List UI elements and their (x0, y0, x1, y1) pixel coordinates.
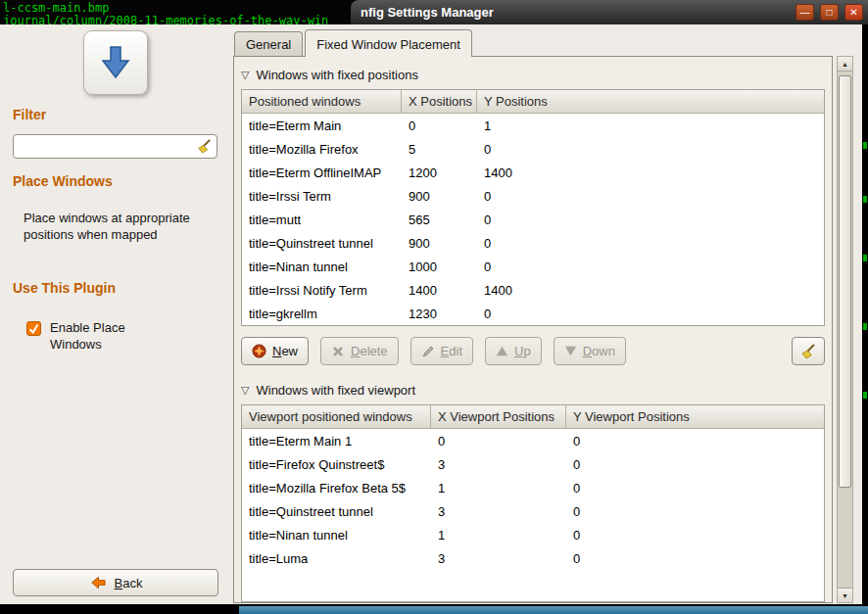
cell-x-position: 5 (402, 137, 477, 161)
terminal-glyph-fragment (863, 196, 867, 203)
table-row[interactable]: title=Irssi Notify Term 1400 1400 (242, 278, 824, 302)
fixed-window-placement-page: ▽ Windows with fixed positions Positione… (233, 56, 833, 603)
taskbar-strip (239, 606, 868, 614)
cell-y-position: 0 (477, 255, 824, 278)
checkmark-icon (28, 323, 39, 334)
delete-button-label: Delete (351, 344, 388, 358)
cell-window-title: title=Quinstreet tunnel (242, 499, 431, 523)
column-header-viewport-windows[interactable]: Viewport positioned windows (242, 405, 431, 429)
tab-bar: General Fixed Window Placement (234, 28, 474, 56)
table-row[interactable]: title=Firefox Quinstreet$ 3 0 (242, 452, 824, 476)
table-body: title=Eterm Main 0 1 title=Mozilla Firef… (242, 114, 824, 325)
back-button-label: Back (115, 576, 143, 590)
table-row[interactable]: title=Quinstreet tunnel 900 0 (242, 231, 824, 255)
table-row[interactable]: title=gkrellm 1230 0 (242, 302, 824, 325)
cell-window-title: title=Eterm Main 1 (242, 429, 431, 452)
edit-button-label: Edit (441, 344, 462, 358)
cell-x-viewport: 1 (431, 476, 566, 499)
cell-y-position: 0 (477, 208, 824, 231)
new-button[interactable]: New (241, 337, 309, 365)
table-row[interactable]: title=Eterm Main 0 1 (242, 114, 824, 137)
column-header-positioned-windows[interactable]: Positioned windows (242, 90, 402, 114)
table-row[interactable]: title=mutt 565 0 (242, 208, 824, 231)
cell-window-title: title=Quinstreet tunnel (242, 231, 402, 255)
cell-window-title: title=Mozilla Firefox (242, 137, 402, 161)
table-row[interactable]: title=Eterm OfflineIMAP 1200 1400 (242, 161, 824, 184)
enable-plugin-label: Enable Place Windows (50, 319, 150, 353)
cell-y-viewport: 0 (566, 499, 824, 523)
clear-list-button[interactable] (792, 337, 825, 365)
table-row[interactable]: title=Mozilla Firefox 5 0 (242, 137, 824, 161)
cell-x-viewport: 1 (431, 523, 566, 546)
delete-button[interactable]: Delete (320, 337, 399, 365)
column-header-y-viewport[interactable]: Y Viewport Positions (566, 405, 824, 429)
up-button[interactable]: Up (485, 337, 542, 365)
window-controls: — □ ✕ (796, 4, 863, 21)
column-header-x-viewport[interactable]: X Viewport Positions (431, 405, 566, 429)
window-titlebar[interactable]: nfig Settings Manager — □ ✕ (351, 0, 868, 24)
filter-input[interactable] (20, 139, 196, 154)
table-header-row: Positioned windows X Positions Y Positio… (242, 90, 824, 114)
clear-broom-icon[interactable] (196, 138, 213, 155)
column-header-x-positions[interactable]: X Positions (402, 90, 477, 114)
table-row[interactable]: title=Luma 3 0 (242, 546, 824, 570)
maximize-button[interactable]: □ (820, 4, 839, 21)
expander-open-icon: ▽ (241, 385, 249, 396)
cell-x-position: 900 (402, 184, 477, 208)
cell-y-position: 0 (477, 302, 824, 325)
scroll-up-button[interactable]: ▲ (838, 57, 852, 71)
down-button[interactable]: Down (554, 337, 626, 365)
cell-window-title: title=Firefox Quinstreet$ (242, 452, 431, 476)
cell-window-title: title=Irssi Notify Term (242, 278, 402, 302)
cell-window-title: title=Luma (242, 546, 431, 570)
cell-y-position: 1400 (477, 161, 824, 184)
plugin-description: Place windows at appropriate positions w… (24, 210, 210, 243)
table-row[interactable]: title=Quinstreet tunnel 3 0 (242, 499, 824, 523)
cell-x-position: 1400 (402, 278, 477, 302)
table-row[interactable]: title=Eterm Main 1 0 0 (242, 429, 824, 452)
list-toolbar: New Delete Edit (241, 337, 825, 365)
cell-window-title: title=Ninan tunnel (242, 523, 431, 546)
cell-y-position: 0 (477, 184, 824, 208)
table-row[interactable]: title=Irssi Term 900 0 (242, 184, 824, 208)
edit-pencil-icon (421, 345, 435, 358)
table-row[interactable]: title=Mozilla Firefox Beta 5$ 1 0 (242, 476, 824, 499)
desktop-screen: l-ccsm-main.bmp journal/column/2008-11-m… (0, 0, 868, 614)
scroll-down-button[interactable]: ▼ (838, 588, 852, 602)
plugin-title: Place Windows (13, 173, 113, 189)
table-row[interactable]: title=Ninan tunnel 1 0 (242, 523, 824, 546)
tab-general[interactable]: General (234, 31, 303, 56)
filter-field-wrap (13, 134, 217, 159)
cell-y-viewport: 0 (566, 452, 824, 476)
expander-fixed-viewport[interactable]: ▽ Windows with fixed viewport (241, 379, 825, 401)
up-button-label: Up (514, 344, 531, 358)
cell-y-position: 0 (477, 137, 824, 161)
cell-window-title: title=gkrellm (242, 302, 402, 325)
back-button[interactable]: Back (13, 569, 218, 596)
expander-fixed-positions[interactable]: ▽ Windows with fixed positions (241, 64, 825, 85)
blue-down-arrow-icon (97, 44, 134, 81)
cell-x-position: 1000 (402, 255, 477, 278)
terminal-glyph-fragment (863, 323, 867, 330)
fixed-viewport-table: Viewport positioned windows X Viewport P… (241, 404, 825, 602)
table-row[interactable]: title=Ninan tunnel 1000 0 (242, 255, 824, 278)
cell-window-title: title=Eterm OfflineIMAP (242, 161, 402, 184)
cell-y-viewport: 0 (566, 523, 824, 546)
cell-window-title: title=mutt (242, 208, 402, 231)
filter-label: Filter (13, 107, 46, 122)
edit-button[interactable]: Edit (410, 337, 473, 365)
fixed-positions-table: Positioned windows X Positions Y Positio… (241, 89, 825, 326)
down-button-label: Down (583, 344, 615, 358)
enable-plugin-checkbox[interactable] (26, 321, 41, 336)
cell-x-viewport: 3 (431, 452, 566, 476)
minimize-button[interactable]: — (796, 4, 814, 21)
enable-plugin-row: Enable Place Windows (26, 319, 150, 353)
cell-x-position: 565 (402, 208, 477, 231)
scrollbar-thumb[interactable] (839, 75, 851, 488)
vertical-scrollbar[interactable]: ▲ ▼ (837, 56, 853, 603)
up-arrow-icon (496, 345, 508, 357)
close-button[interactable]: ✕ (844, 4, 863, 21)
tab-fixed-window-placement[interactable]: Fixed Window Placement (305, 29, 472, 57)
column-header-y-positions[interactable]: Y Positions (477, 90, 824, 114)
cell-x-viewport: 3 (431, 546, 566, 570)
